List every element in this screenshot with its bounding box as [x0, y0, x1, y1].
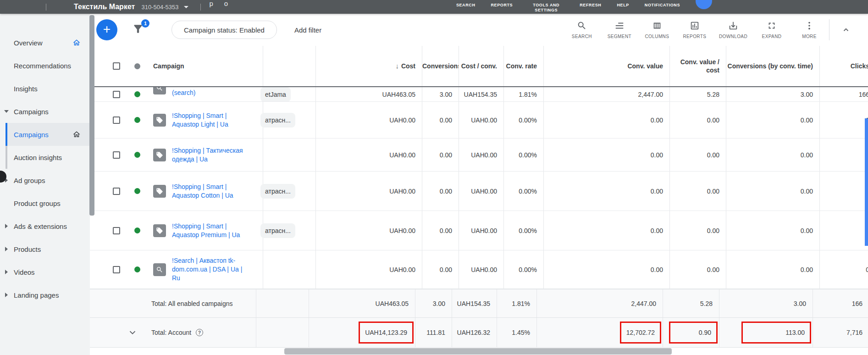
sidebar-item-ads-extensions[interactable]: Ads & extensions — [0, 215, 90, 238]
sidebar-item-videos[interactable]: Videos — [0, 261, 90, 283]
row-checkbox[interactable] — [113, 188, 120, 195]
row-checkbox-cell — [90, 211, 125, 250]
sidebar-item-auction-insights[interactable]: Auction insights — [6, 146, 90, 169]
conv-value-cell: 0.00 — [543, 172, 669, 211]
budget-cell: атрасн... — [263, 102, 315, 138]
campaign-link[interactable]: !Shopping | Smart |Aquastop Cotton | Ua — [172, 183, 233, 200]
vertical-scrollbar[interactable] — [865, 118, 868, 246]
column-header-conv-value-per-cost[interactable]: Conv. value / cost — [669, 46, 726, 86]
clicks-cell: 0 — [819, 211, 868, 250]
status-dot-enabled[interactable] — [134, 152, 140, 158]
column-header-clicks[interactable]: Clicks — [819, 46, 868, 86]
search-button[interactable]: SEARCH — [569, 21, 595, 39]
total-enabled-clicks: 166 — [813, 289, 864, 317]
campaign-link[interactable]: !Shopping | Smart |Aquastop Premium | Ua — [172, 222, 240, 239]
status-dot-enabled[interactable] — [134, 266, 140, 272]
status-dot-enabled[interactable] — [134, 117, 140, 123]
column-header-conversions-by-conv-time[interactable]: Conversions (by conv. time) — [726, 46, 819, 86]
campaign-type-shopping-icon — [156, 188, 163, 195]
reports-button[interactable]: REPORTS — [681, 21, 708, 39]
highlight-box-conv-value: 12,702.72 — [620, 322, 661, 344]
segment-button[interactable]: SEGMENT — [606, 21, 633, 39]
cost-cell: UAH0.00 — [315, 250, 422, 288]
highlight-box-cost: UAH14,123.29 — [359, 322, 414, 344]
sidebar-item-products[interactable]: Products — [0, 238, 90, 261]
nav-scrollbar[interactable] — [89, 15, 94, 216]
add-filter-button[interactable]: Add filter — [294, 26, 321, 34]
select-all-checkbox[interactable] — [113, 62, 120, 70]
budget-chip[interactable]: атрасн... — [260, 223, 295, 238]
campaign-link[interactable]: !Shopping | Smart |Aquastop Light | Ua — [172, 111, 228, 129]
total-account-label-cell: Total: Account ? — [90, 318, 256, 347]
row-checkbox[interactable] — [113, 116, 120, 124]
sidebar-item-landing-pages[interactable]: Landing pages — [0, 283, 90, 306]
highlight-box-conv-value-per-cost: 0.90 — [669, 322, 718, 344]
sidebar-item-recommendations[interactable]: Recommendations — [0, 54, 90, 77]
budget-chip[interactable]: атрасн... — [260, 184, 295, 199]
column-header-conversions[interactable]: Conversions — [422, 46, 459, 86]
clicks-cell: 166 — [819, 87, 868, 101]
budget-chip[interactable]: атрасн... — [260, 113, 295, 128]
row-checkbox[interactable] — [113, 151, 120, 159]
expand-button[interactable]: EXPAND — [758, 21, 785, 39]
sidebar-item-overview[interactable]: Overview — [0, 31, 90, 54]
column-header-cost[interactable]: ↓Cost — [315, 46, 422, 86]
sidebar-item-insights[interactable]: Insights — [0, 77, 90, 100]
topbar-notifications[interactable]: NOTIFICATIONS — [645, 3, 680, 8]
topbar-reports[interactable]: REPORTS — [491, 3, 513, 8]
total-enabled-cost: UAH463.05 — [309, 289, 415, 317]
topbar-help[interactable]: HELP — [617, 3, 629, 8]
table-row: !Shopping | Smart |Aquastop Premium | Ua… — [90, 211, 868, 250]
column-header-cost-per-conv[interactable]: Cost / conv. — [459, 46, 503, 86]
row-checkbox[interactable] — [113, 227, 120, 234]
status-dot-enabled[interactable] — [134, 188, 140, 194]
filter-button[interactable]: 1 — [132, 22, 146, 38]
status-dot-enabled[interactable] — [134, 91, 140, 97]
download-button[interactable]: DOWNLOAD — [719, 21, 747, 39]
columns-button[interactable]: COLUMNS — [644, 21, 670, 39]
topbar-search[interactable]: SEARCH — [456, 3, 475, 8]
sidebar-item-product-groups[interactable]: Product groups — [0, 192, 90, 215]
expand-account-chevron-icon[interactable] — [127, 327, 138, 338]
sidebar-item-campaigns[interactable]: Campaigns — [6, 123, 90, 146]
expand-icon — [767, 21, 777, 31]
conv-value-per-cost-cell: 5.28 — [669, 87, 726, 101]
sidebar-item-campaigns-group[interactable]: Campaigns — [0, 100, 90, 123]
topbar-tools-and-settings[interactable]: TOOLS AND SETTINGS — [528, 3, 564, 13]
more-button[interactable]: MORE — [796, 21, 823, 39]
help-icon[interactable]: ? — [196, 329, 203, 336]
search-icon — [577, 21, 587, 31]
column-header-conv-value[interactable]: Conv. value — [543, 46, 669, 86]
column-header-conv-rate[interactable]: Conv. rate — [503, 46, 543, 86]
campaign-link[interactable]: !Shopping | Тактическаяодежда | Ua — [172, 146, 243, 164]
conv-value-cell: 0.00 — [543, 102, 669, 138]
collapse-table-button[interactable] — [836, 20, 856, 40]
total-enabled-cost-per-conv: UAH154.35 — [452, 289, 497, 317]
avatar[interactable] — [696, 0, 712, 9]
conv-rate-cell: 0.00% — [503, 139, 543, 171]
account-dropdown-caret-icon[interactable] — [184, 6, 188, 8]
conv-value-per-cost-cell: 0.00 — [669, 172, 726, 211]
sidebar-item-ad-groups[interactable]: Ad groups — [0, 169, 90, 192]
campaign-link[interactable]: (search) — [172, 89, 195, 97]
status-dot-enabled[interactable] — [134, 227, 140, 233]
campaign-cell: !Shopping | Тактическаяодежда | Ua — [149, 139, 263, 171]
column-header-campaign[interactable]: Campaign — [149, 46, 263, 86]
add-campaign-button[interactable]: + — [96, 19, 117, 40]
header-checkbox-cell — [90, 46, 125, 86]
total-enabled-conversions: 3.00 — [415, 289, 452, 317]
horizontal-scrollbar[interactable] — [284, 348, 672, 355]
conv-rate-cell: 0.00% — [503, 211, 543, 250]
total-account-clicks: 7,716 — [813, 318, 864, 347]
campaign-type-icon — [153, 263, 166, 276]
total-enabled-row: Total: All enabled campaigns UAH463.05 3… — [90, 289, 868, 317]
budget-chip[interactable]: etJama — [260, 87, 291, 102]
topbar-refresh[interactable]: REFRESH — [580, 3, 601, 8]
caret-right-icon — [5, 293, 8, 297]
cost-per-conv-cell: UAH0.00 — [459, 102, 503, 138]
row-checkbox-cell — [90, 139, 125, 171]
row-checkbox[interactable] — [113, 266, 120, 273]
filter-pill-campaign-status[interactable]: Campaign status: Enabled — [171, 21, 277, 39]
campaign-link[interactable]: !Search | Аквастоп tk-dom.com.ua | DSA |… — [172, 256, 242, 283]
row-checkbox[interactable] — [113, 91, 120, 98]
